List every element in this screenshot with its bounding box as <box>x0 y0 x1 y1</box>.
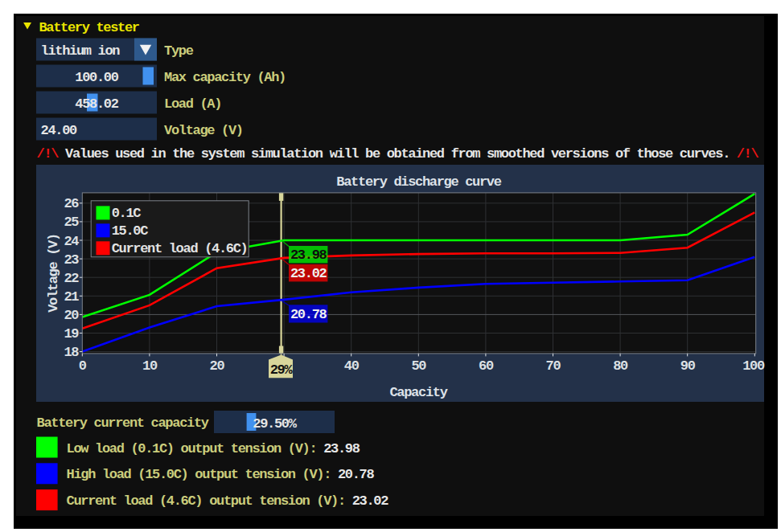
svg-text:23.98: 23.98 <box>290 248 327 263</box>
svg-text:100.00: 100.00 <box>75 70 118 85</box>
svg-text:0: 0 <box>79 358 87 374</box>
svg-text:Voltage (V): Voltage (V) <box>164 123 243 138</box>
svg-text:25: 25 <box>64 215 79 230</box>
svg-text:0.1C: 0.1C <box>112 206 142 221</box>
svg-text:90: 90 <box>680 358 696 374</box>
svg-text:50: 50 <box>411 358 426 374</box>
svg-text:Battery discharge curve: Battery discharge curve <box>336 174 501 190</box>
svg-text:Current load (4.6C): Current load (4.6C) <box>112 241 248 256</box>
svg-text:Current load (4.6C) output ten: Current load (4.6C) output tension (V): <box>67 493 345 509</box>
svg-text:60: 60 <box>479 358 494 374</box>
svg-text:70: 70 <box>546 358 561 374</box>
svg-text:80: 80 <box>613 358 628 374</box>
svg-text:Voltage (V): Voltage (V) <box>46 234 61 313</box>
svg-text:22: 22 <box>64 271 79 286</box>
svg-text:100: 100 <box>742 358 765 374</box>
svg-text:/!\: /!\ <box>37 146 60 162</box>
svg-text:29.50%: 29.50% <box>253 416 297 432</box>
svg-text:lithium ion: lithium ion <box>41 43 121 59</box>
svg-text:23.02: 23.02 <box>290 266 327 281</box>
svg-text:23.02: 23.02 <box>352 493 389 509</box>
svg-text:High load (15.0C) output tensi: High load (15.0C) output tension (V): <box>67 467 331 482</box>
svg-text:18: 18 <box>64 345 79 360</box>
svg-text:Load (A): Load (A) <box>164 96 221 112</box>
svg-text:19: 19 <box>64 326 79 342</box>
svg-text:Values used in the system simu: Values used in the system simulation wil… <box>65 146 730 162</box>
svg-text:Capacity: Capacity <box>389 385 447 400</box>
svg-text:24: 24 <box>64 234 79 249</box>
svg-text:15.0C: 15.0C <box>112 223 149 239</box>
svg-text:24.00: 24.00 <box>41 123 78 138</box>
svg-text:40: 40 <box>344 358 360 374</box>
svg-text:Max capacity (Ah): Max capacity (Ah) <box>164 70 286 85</box>
svg-text:20: 20 <box>210 358 225 374</box>
svg-text:20.78: 20.78 <box>290 307 327 322</box>
svg-text:Battery current capacity: Battery current capacity <box>37 415 209 431</box>
svg-text:Low load (0.1C) output tension: Low load (0.1C) output tension (V): <box>67 441 317 456</box>
svg-text:20: 20 <box>64 308 79 323</box>
svg-text:Battery tester: Battery tester <box>39 20 138 35</box>
svg-text:458.02: 458.02 <box>75 96 118 112</box>
svg-text:Type: Type <box>164 43 194 59</box>
svg-text:10: 10 <box>142 358 158 374</box>
svg-text:23: 23 <box>64 252 79 268</box>
svg-text:26: 26 <box>64 196 79 211</box>
svg-text:/!\: /!\ <box>737 146 759 162</box>
svg-text:21: 21 <box>64 289 79 305</box>
svg-text:29%: 29% <box>270 362 294 378</box>
svg-text:23.98: 23.98 <box>323 441 360 456</box>
svg-text:20.78: 20.78 <box>338 467 375 482</box>
